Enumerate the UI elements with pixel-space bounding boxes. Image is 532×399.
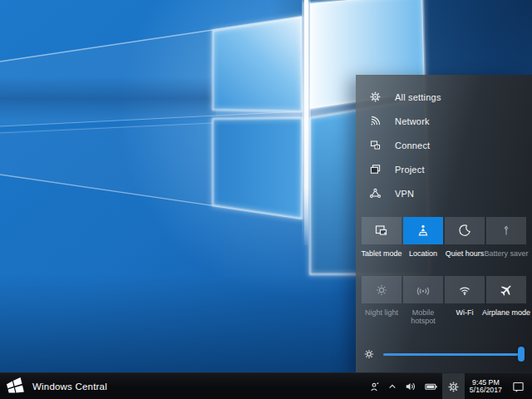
project-icon [368,163,382,176]
taskbar: Windows Central [0,372,532,399]
tile-mobile-hotspot[interactable]: Mobile hotspot [403,276,443,335]
tile-button[interactable] [445,217,485,244]
gear-icon [368,91,382,104]
menu-item-all-settings[interactable]: All settings [356,85,532,109]
tile-tablet-mode[interactable]: Tablet mode [362,217,401,276]
tile-label: Airplane mode [482,308,530,317]
windows-flag-icon [5,377,25,397]
tile-button[interactable] [486,217,526,244]
night-light-sun-icon [373,282,390,298]
brightness-row [356,342,532,367]
slider-track[interactable] [383,353,523,356]
menu-label: Network [395,116,430,126]
network-icon [368,115,382,128]
action-center-panel: All settings Network [356,75,532,372]
menu-label: VPN [395,189,414,199]
tile-label: Mobile hotspot [406,308,441,325]
quiet-hours-moon-icon [456,223,473,239]
battery-icon[interactable] [421,373,442,399]
taskbar-brand: Windows Central [5,377,107,397]
tile-button[interactable] [445,276,485,303]
menu-item-project[interactable]: Project [356,157,532,181]
tile-label: Location [409,249,437,258]
wifi-icon [456,282,473,298]
settings-gear-icon[interactable] [442,373,465,399]
brightness-slider[interactable] [383,347,525,362]
tile-label: Tablet mode [361,249,401,258]
action-center-icon[interactable] [507,373,532,399]
slider-thumb[interactable] [518,347,525,362]
tile-wifi[interactable]: Wi-Fi [445,276,485,335]
menu-label: Connect [395,140,430,150]
tile-airplane-mode[interactable]: Airplane mode [486,276,526,335]
tile-button[interactable] [486,276,526,303]
quick-links-menu: All settings Network [356,75,532,205]
tile-button[interactable] [362,276,401,303]
mobile-hotspot-icon [415,282,431,298]
tile-label: Night light [365,308,398,317]
tile-button[interactable] [403,217,443,244]
quick-action-grid: Tablet mode Location Q [356,217,532,335]
airplane-icon [498,282,515,298]
tile-label: Wi-Fi [456,308,474,317]
connect-icon [368,139,382,152]
sun-icon [362,347,376,361]
clock-date: 5/16/2017 [470,387,502,395]
people-icon[interactable] [365,373,384,399]
desktop: All settings Network [0,0,532,399]
menu-item-connect[interactable]: Connect [356,133,532,157]
tile-label: Quiet hours [446,249,485,258]
brand-label: Windows Central [32,382,107,392]
tile-quiet-hours[interactable]: Quiet hours [445,217,485,276]
tile-button[interactable] [403,276,443,303]
system-tray: 9:45 PM 5/16/2017 [365,373,532,399]
tile-button[interactable] [362,217,401,244]
battery-saver-icon [498,223,515,239]
menu-item-vpn[interactable]: VPN [356,181,532,205]
menu-label: Project [395,165,425,175]
menu-item-network[interactable]: Network [356,109,532,133]
tile-battery-saver[interactable]: Battery saver [486,217,526,276]
tablet-mode-icon [373,223,390,239]
taskbar-clock[interactable]: 9:45 PM 5/16/2017 [465,379,507,395]
location-icon [415,223,431,239]
menu-label: All settings [395,92,441,102]
tile-night-light[interactable]: Night light [362,276,401,335]
volume-icon[interactable] [401,373,421,399]
tile-location[interactable]: Location [403,217,443,276]
tile-label: Battery saver [484,249,528,258]
vpn-icon [368,187,382,200]
chevron-up-icon[interactable] [384,373,401,399]
